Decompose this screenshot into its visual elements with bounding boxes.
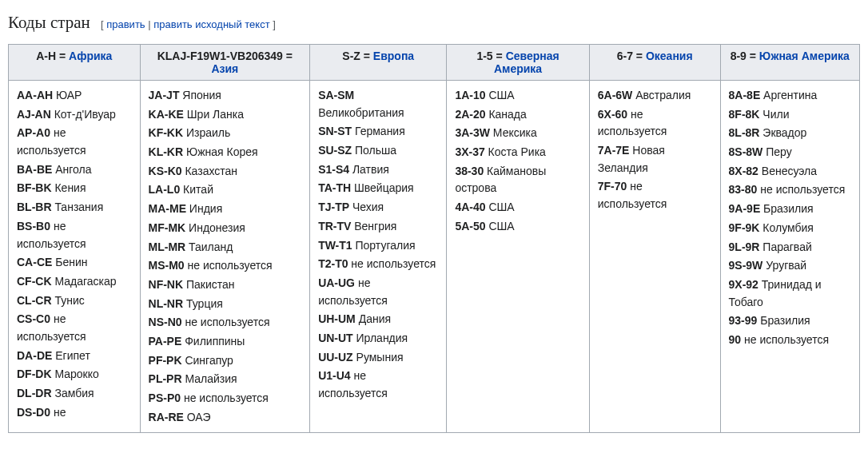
code-range: 9L-9R: [729, 240, 760, 253]
code-entry: KF-KK Израиль: [149, 125, 302, 142]
code-label: США: [486, 201, 515, 213]
code-range: 9X-92: [729, 278, 759, 291]
code-range: BL-BR: [17, 201, 52, 213]
header-link[interactable]: Европа: [373, 50, 414, 62]
table-cell: 6A-6W Австралия6X-60 не используется7A-7…: [589, 81, 720, 433]
code-label: не используется: [185, 259, 273, 272]
code-label: Индонезия: [185, 221, 245, 234]
code-range: 4A-40: [455, 201, 485, 213]
code-entry: 9L-9R Парагвай: [729, 239, 851, 256]
code-entry: PF-PK Сингапур: [149, 352, 302, 370]
code-entry: T2-T0 не используется: [318, 256, 438, 273]
header-link[interactable]: Азия: [211, 62, 238, 75]
code-entry: JA-JT Япония: [149, 87, 302, 105]
code-label: Малайзия: [182, 372, 237, 385]
code-label: Япония: [179, 89, 221, 101]
column-header: 1-5 = Северная Америка: [447, 45, 589, 81]
code-range: U1-U4: [318, 369, 350, 382]
code-range: 3A-3W: [455, 126, 490, 139]
code-range: S1-S4: [318, 163, 349, 176]
header-prefix: A-H =: [36, 50, 69, 62]
code-label: Уругвай: [762, 259, 806, 272]
code-range: JA-JT: [149, 89, 180, 101]
code-entry: 6A-6W Австралия: [598, 87, 712, 105]
code-entry: PS-P0 не используется: [149, 390, 302, 407]
column-header: A-H = Африка: [9, 45, 141, 81]
code-entry: AA-AH ЮАР: [17, 87, 132, 105]
code-label: Польша: [352, 144, 396, 157]
table-cell: AA-AH ЮАРAJ-AN Кот-д'ИвуарAP-A0 не испол…: [9, 81, 141, 433]
code-range: KF-KK: [149, 126, 184, 139]
code-label: Израиль: [183, 126, 230, 139]
table-cell: SA-SM ВеликобританияSN-ST ГерманияSU-SZ …: [310, 81, 447, 433]
code-label: Канада: [486, 108, 527, 121]
code-label: Бразилия: [760, 202, 813, 215]
code-entry: 90 не используется: [729, 332, 851, 349]
code-range: 9A-9E: [729, 202, 761, 215]
code-range: 8X-82: [729, 165, 759, 177]
code-label: Австралия: [632, 89, 691, 101]
code-range: 90: [729, 333, 742, 346]
code-range: 5A-50: [455, 220, 485, 232]
code-label: Китай: [180, 183, 213, 196]
code-range: CF-CK: [17, 275, 52, 288]
header-link[interactable]: Южная Америка: [759, 50, 850, 62]
code-label: США: [486, 89, 515, 101]
code-entry: AJ-AN Кот-д'Ивуар: [17, 106, 132, 124]
code-range: 83-80: [729, 183, 758, 196]
code-label: не используется: [348, 257, 436, 270]
code-range: SU-SZ: [318, 144, 352, 157]
code-range: 6X-60: [598, 108, 627, 121]
code-entry: 83-80 не используется: [729, 181, 851, 199]
table-body-row: AA-AH ЮАРAJ-AN Кот-д'ИвуарAP-A0 не испол…: [9, 81, 860, 433]
code-range: BA-BE: [17, 163, 52, 176]
code-entry: SU-SZ Польша: [318, 142, 438, 160]
edit-source-link[interactable]: править исходный текст: [153, 18, 269, 30]
code-label: Шри Ланка: [184, 108, 244, 121]
code-entry: DL-DR Замбия: [17, 385, 132, 403]
code-entry: UU-UZ Румыния: [318, 349, 438, 367]
code-label: Египет: [52, 349, 90, 362]
code-range: CA-CE: [17, 256, 52, 268]
code-range: LA-L0: [149, 183, 181, 196]
code-label: Пакистан: [183, 278, 234, 291]
code-range: AJ-AN: [17, 108, 51, 121]
code-entry: 1A-10 США: [455, 87, 580, 105]
code-label: Коста Рика: [485, 145, 546, 158]
code-label: Румыния: [353, 351, 404, 364]
code-range: 1A-10: [455, 89, 485, 101]
code-label: Сингапур: [182, 354, 233, 367]
edit-link[interactable]: править: [106, 18, 145, 30]
code-label: Эквадор: [759, 126, 806, 139]
code-entry: 3X-37 Коста Рика: [455, 144, 580, 161]
header-link[interactable]: Африка: [69, 50, 112, 62]
table-header-row: A-H = АфрикаKLAJ-F19W1-VB206349 = АзияS-…: [9, 45, 860, 81]
code-entry: DF-DK Марокко: [17, 366, 132, 383]
code-entry: NF-NK Пакистан: [149, 276, 302, 294]
code-label: Ирландия: [353, 332, 408, 344]
header-prefix: 1-5 =: [476, 50, 505, 62]
code-label: Венесуэла: [759, 165, 817, 177]
code-label: Замбия: [52, 387, 94, 399]
code-label: Мадагаскар: [52, 275, 117, 288]
code-range: 7F-70: [598, 180, 627, 193]
code-range: 9F-9K: [729, 221, 760, 234]
code-entry: 9F-9K Колумбия: [729, 220, 851, 237]
code-label: Германия: [352, 125, 405, 137]
code-entry: SA-SM Великобритания: [318, 87, 438, 121]
code-entry: 9X-92 Тринидад и Тобаго: [729, 276, 851, 311]
code-range: 8F-8K: [729, 108, 760, 121]
code-entry: ML-MR Таиланд: [149, 239, 302, 256]
header-link[interactable]: Океания: [646, 50, 693, 62]
code-entry: 7A-7E Новая Зеландия: [598, 142, 712, 177]
code-label: ОАЭ: [184, 411, 211, 423]
code-entry: 4A-40 США: [455, 199, 580, 217]
code-label: Индия: [186, 202, 222, 215]
code-label: Бенин: [52, 256, 87, 268]
code-label: не используется: [182, 316, 270, 328]
code-entry: TW-T1 Португалия: [318, 237, 438, 255]
code-range: KS-K0: [149, 165, 182, 177]
code-label: Таиланд: [185, 240, 233, 253]
code-range: TR-TV: [318, 220, 351, 232]
code-label: не используется: [741, 333, 829, 346]
